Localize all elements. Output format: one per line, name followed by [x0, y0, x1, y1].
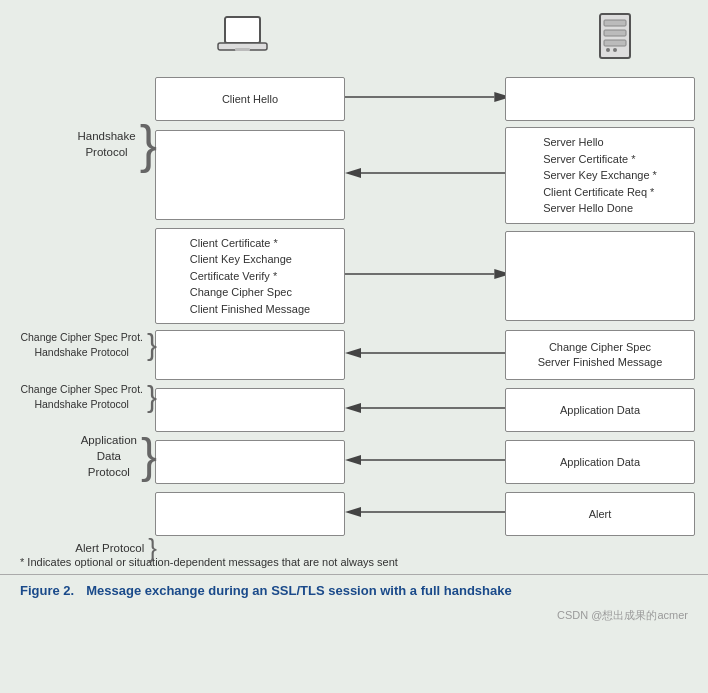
svg-rect-6 — [604, 40, 626, 46]
server-icon — [590, 12, 640, 64]
row-change-cipher: Change Cipher SpecServer Finished Messag… — [155, 328, 695, 382]
row-client-cert: Client Certificate *Client Key ExchangeC… — [155, 228, 695, 325]
alert-brace: } — [148, 535, 157, 561]
server-hello-box: Server HelloServer Certificate *Server K… — [505, 127, 695, 224]
svg-rect-5 — [604, 30, 626, 36]
change-cipher-box: Change Cipher SpecServer Finished Messag… — [505, 330, 695, 380]
app-data-protocol-label: ApplicationDataProtocol } — [5, 432, 157, 480]
app-data-1-box: Application Data — [505, 388, 695, 432]
row-app-data-1: Application Data — [155, 386, 695, 434]
app-data-2-left-empty — [155, 440, 345, 484]
svg-marker-10 — [494, 92, 505, 102]
alert-box: Alert — [505, 492, 695, 536]
row-server-hello: Server HelloServer Certificate *Server K… — [155, 127, 695, 224]
main-wrapper: Client Hello — [0, 0, 708, 629]
svg-rect-2 — [235, 48, 250, 51]
figure-text: Message exchange during an SSL/TLS sessi… — [86, 583, 512, 598]
client-cert-right-empty — [505, 231, 695, 321]
svg-marker-22 — [345, 507, 361, 517]
change-cipher-prot2-label: Change Cipher Spec Prot.Handshake Protoc… — [5, 382, 157, 412]
svg-rect-0 — [225, 17, 260, 43]
arrow-left-2 — [345, 128, 505, 222]
svg-marker-16 — [345, 348, 361, 358]
client-hello-box: Client Hello — [155, 77, 345, 121]
alert-protocol-label: Alert Protocol } — [5, 535, 157, 561]
handshake-brace: } — [140, 118, 157, 170]
app-data-2-box: Application Data — [505, 440, 695, 484]
change-cipher-left-empty — [155, 330, 345, 380]
app-data-1-left-empty — [155, 388, 345, 432]
svg-point-8 — [613, 48, 617, 52]
arrow-left-4 — [345, 328, 505, 382]
svg-marker-14 — [494, 269, 505, 279]
arrow-left-7 — [345, 490, 505, 538]
arrow-right-1 — [345, 75, 505, 123]
row-app-data-2: Application Data — [155, 438, 695, 486]
row-alert: Alert — [155, 490, 695, 538]
row-client-hello: Client Hello — [155, 75, 695, 123]
alert-left-empty — [155, 492, 345, 536]
svg-rect-4 — [604, 20, 626, 26]
svg-marker-12 — [345, 168, 361, 178]
arrow-left-6 — [345, 438, 505, 486]
figure-number: Figure 2. — [20, 583, 74, 598]
change-prot2-brace: } — [147, 382, 157, 412]
handshake-protocol-label: HandshakeProtocol } — [5, 118, 157, 170]
laptop-icon — [215, 15, 270, 64]
diagram-area: Client Hello — [0, 0, 708, 552]
server-hello-left-empty — [155, 130, 345, 220]
client-cert-box: Client Certificate *Client Key ExchangeC… — [155, 228, 345, 325]
figure-caption: Figure 2. Message exchange during an SSL… — [0, 574, 708, 606]
arrow-right-3 — [345, 229, 505, 323]
watermark: CSDN @想出成果的acmer — [0, 606, 708, 629]
server-hello-right-empty — [505, 77, 695, 121]
icons-row — [155, 10, 695, 75]
svg-marker-18 — [345, 403, 361, 413]
svg-marker-20 — [345, 455, 361, 465]
change-cipher-prot1-label: Change Cipher Spec Prot.Handshake Protoc… — [5, 330, 157, 360]
arrow-left-5 — [345, 386, 505, 434]
app-data-brace: } — [141, 432, 157, 480]
sequence-container: Client Hello — [155, 75, 695, 538]
change-prot1-brace: } — [147, 330, 157, 360]
svg-point-7 — [606, 48, 610, 52]
